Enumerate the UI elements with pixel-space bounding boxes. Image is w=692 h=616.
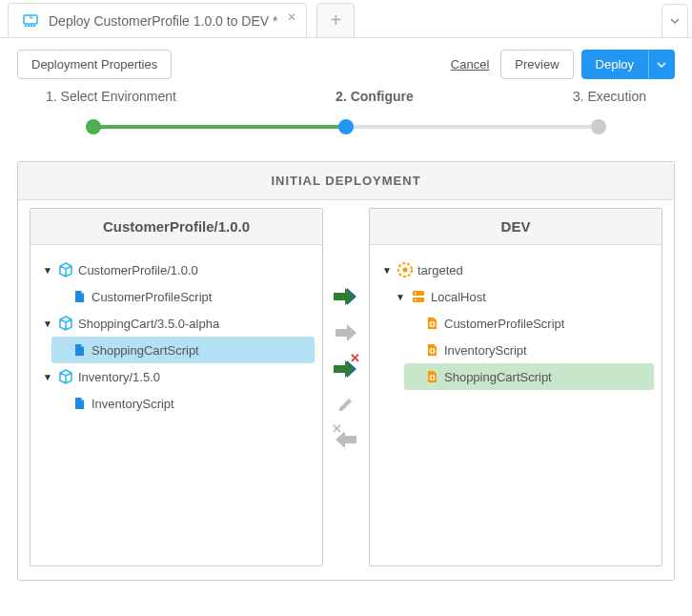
- file-icon: [71, 341, 88, 359]
- map-right-error-button[interactable]: ✕: [334, 359, 358, 380]
- chevron-down-icon: ▼: [42, 372, 53, 382]
- tree-node-script[interactable]: CustomerProfileScript: [51, 283, 315, 310]
- toolbar: Deployment Properties Cancel Preview Dep…: [0, 38, 692, 89]
- transfer-controls: ✕ ✕: [323, 200, 369, 578]
- tree-node-target-root[interactable]: ▼ targeted: [377, 257, 654, 283]
- svg-rect-3: [31, 25, 32, 27]
- preview-button[interactable]: Preview: [500, 50, 573, 79]
- tree-label: CustomerProfile/1.0.0: [78, 263, 198, 277]
- step-2-label: 2. Configure: [336, 89, 414, 104]
- server-icon: [410, 288, 427, 305]
- svg-rect-7: [413, 291, 424, 296]
- svg-rect-1: [25, 25, 27, 27]
- step-dot-1[interactable]: [86, 119, 101, 134]
- step-3-label: 3. Execution: [573, 89, 646, 104]
- tree-node-deployed[interactable]: InventoryScript: [404, 337, 654, 363]
- tree-label: InventoryScript: [92, 397, 174, 411]
- tree-node-script-selected[interactable]: ShoppingCartScript: [51, 337, 315, 363]
- tree-label: ShoppingCartScript: [444, 370, 552, 384]
- tree-label: ShoppingCartScript: [92, 343, 199, 358]
- file-deployed-icon: [423, 315, 440, 332]
- chevron-down-icon: ▼: [381, 265, 393, 276]
- deploy-icon: [22, 12, 39, 30]
- svg-point-9: [415, 293, 417, 295]
- tree-node-deployed[interactable]: CustomerProfileScript: [404, 310, 654, 337]
- target-column: DEV ▼ targeted ▼ LocalHost CustomerProfi…: [369, 208, 662, 566]
- deployment-panel: INITIAL DEPLOYMENT CustomerProfile/1.0.0…: [17, 161, 675, 581]
- unmap-left-button[interactable]: ✕: [334, 429, 358, 450]
- error-x-icon: ✕: [350, 351, 360, 365]
- target-icon: [397, 261, 414, 278]
- svg-rect-4: [33, 25, 35, 27]
- file-icon: [71, 288, 88, 305]
- step-dot-2[interactable]: [338, 119, 354, 134]
- tab-title: Deploy CustomerProfile 1.0.0 to DEV *: [49, 13, 277, 29]
- file-deployed-icon: [423, 341, 440, 359]
- package-icon: [57, 315, 74, 332]
- deploy-body: CustomerProfile/1.0.0 ▼ CustomerProfile/…: [18, 200, 674, 578]
- package-icon: [57, 368, 74, 385]
- target-tree: ▼ targeted ▼ LocalHost CustomerProfileSc…: [370, 245, 661, 565]
- tree-label: Inventory/1.5.0: [78, 370, 160, 384]
- edit-button[interactable]: [336, 395, 356, 414]
- tree-node-package[interactable]: ▼ Inventory/1.5.0: [38, 363, 315, 390]
- source-header: CustomerProfile/1.0.0: [31, 209, 322, 245]
- svg-point-6: [403, 268, 408, 273]
- tab-menu-button[interactable]: [661, 4, 688, 38]
- tree-node-package[interactable]: ▼ ShoppingCart/3.5.0-alpha: [38, 310, 315, 337]
- target-header: DEV: [370, 209, 661, 245]
- map-right-disabled-button[interactable]: [334, 322, 358, 343]
- panel-title: INITIAL DEPLOYMENT: [18, 162, 674, 200]
- svg-rect-8: [413, 298, 424, 302]
- step-1-label: 1. Select Environment: [46, 89, 176, 104]
- close-icon[interactable]: ✕: [287, 10, 296, 24]
- error-x-icon: ✕: [332, 421, 342, 436]
- step-progress: [93, 125, 346, 129]
- tree-node-deployed-highlighted[interactable]: ShoppingCartScript: [404, 363, 654, 390]
- add-tab-button[interactable]: +: [316, 3, 355, 37]
- tree-label: ShoppingCart/3.5.0-alpha: [78, 317, 219, 331]
- active-tab[interactable]: Deploy CustomerProfile 1.0.0 to DEV * ✕: [8, 3, 307, 37]
- stepper: 1. Select Environment 2. Configure 3. Ex…: [17, 89, 675, 150]
- step-dot-3[interactable]: [591, 119, 606, 134]
- chevron-down-icon: ▼: [395, 292, 406, 302]
- deploy-dropdown-button[interactable]: [648, 50, 675, 79]
- tree-label: LocalHost: [431, 290, 486, 304]
- file-deployed-icon: [423, 368, 440, 385]
- tree-label: CustomerProfileScript: [444, 317, 564, 331]
- deploy-button[interactable]: Deploy: [581, 50, 648, 79]
- tree-node-script[interactable]: InventoryScript: [51, 390, 315, 417]
- svg-point-10: [415, 299, 417, 301]
- file-icon: [71, 395, 88, 412]
- svg-rect-2: [28, 25, 30, 27]
- tree-label: InventoryScript: [444, 343, 527, 358]
- tree-node-package[interactable]: ▼ CustomerProfile/1.0.0: [38, 257, 315, 283]
- source-column: CustomerProfile/1.0.0 ▼ CustomerProfile/…: [30, 208, 323, 566]
- deployment-properties-button[interactable]: Deployment Properties: [17, 50, 172, 79]
- deploy-button-group: Deploy: [581, 50, 675, 79]
- tab-bar: Deploy CustomerProfile 1.0.0 to DEV * ✕ …: [0, 0, 692, 38]
- package-icon: [57, 261, 74, 278]
- map-right-button[interactable]: [334, 286, 358, 307]
- tree-label: CustomerProfileScript: [92, 290, 212, 304]
- tree-label: targeted: [417, 263, 463, 277]
- step-track: [93, 125, 599, 129]
- chevron-down-icon: ▼: [42, 318, 53, 329]
- source-tree: ▼ CustomerProfile/1.0.0 CustomerProfileS…: [31, 245, 322, 565]
- cancel-link[interactable]: Cancel: [451, 57, 489, 72]
- tree-node-host[interactable]: ▼ LocalHost: [391, 283, 654, 310]
- chevron-down-icon: ▼: [42, 265, 53, 276]
